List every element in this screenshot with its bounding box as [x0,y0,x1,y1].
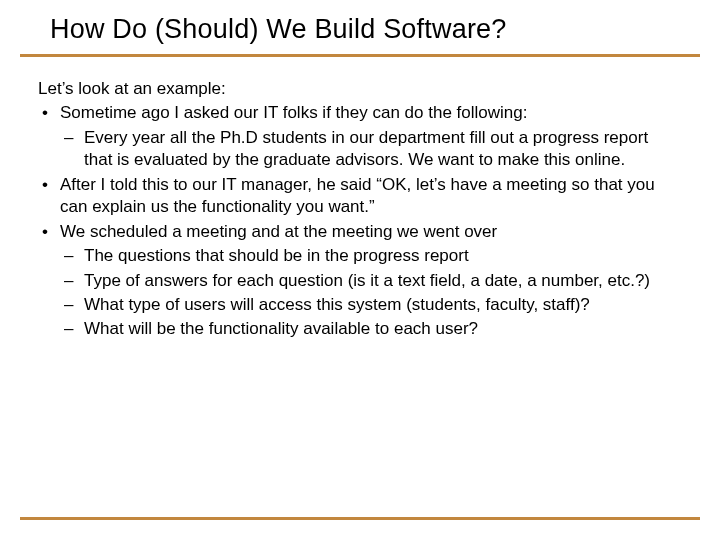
sub-item: What will be the functionality available… [60,318,680,340]
sub-list: Every year all the Ph.D students in our … [60,127,680,172]
sub-list: The questions that should be in the prog… [60,245,680,341]
bullet-item: After I told this to our IT manager, he … [38,174,680,219]
bullet-list: Sometime ago I asked our IT folks if the… [38,102,680,340]
slide-title: How Do (Should) We Build Software? [50,14,720,45]
bullet-item: We scheduled a meeting and at the meetin… [38,221,680,341]
sub-item: What type of users will access this syst… [60,294,680,316]
divider-bottom [20,517,700,520]
intro-text: Let’s look at an example: [38,78,680,100]
bullet-item: Sometime ago I asked our IT folks if the… [38,102,680,171]
sub-item: Every year all the Ph.D students in our … [60,127,680,172]
sub-item: The questions that should be in the prog… [60,245,680,267]
sub-item: Type of answers for each question (is it… [60,270,680,292]
bullet-text: After I told this to our IT manager, he … [60,175,655,216]
bullet-text: We scheduled a meeting and at the meetin… [60,222,497,241]
divider-top [20,54,700,57]
bullet-text: Sometime ago I asked our IT folks if the… [60,103,527,122]
slide-body: Let’s look at an example: Sometime ago I… [38,78,680,341]
